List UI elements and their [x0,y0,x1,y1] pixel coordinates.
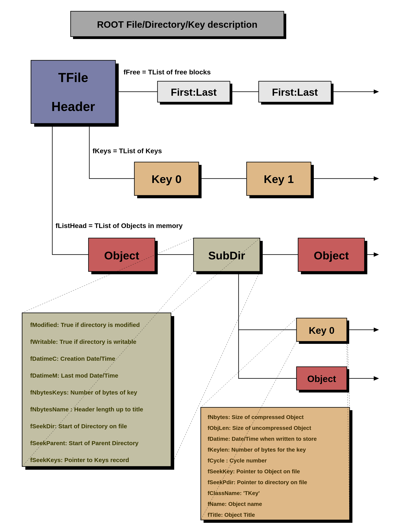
key-field-2: fDatime: Date/Time when written to store [208,436,317,442]
key-field-9: fTitle: Object Title [208,512,255,518]
dir-field-5: fNbytesName : Header length up to title [30,406,143,413]
dir-field-0: fModified: True if directory is modified [30,322,140,328]
dir-field-1: fWritable: True if directory is writable [30,338,136,345]
object-0-label: Object [104,249,139,262]
tfile-header-box [31,60,115,123]
tfile-line1: TFile [58,70,88,85]
subdir-key-0-label: Key 0 [309,325,335,336]
subdir-object-label: Object [307,374,336,384]
free-block-0-label: First:Last [171,87,217,98]
label-flisthead: fListHead = TList of Objects in memory [55,222,183,229]
key-field-1: fObjLen: Size of uncompressed Object [208,425,311,431]
key-field-4: fCycle : Cycle number [208,457,267,464]
svg-line-27 [201,318,297,407]
key-field-7: fClassName: 'TKey' [208,490,260,496]
subdir-label: SubDir [208,249,245,262]
key-0-label: Key 0 [152,173,181,185]
dir-fields-list: fModified: True if directory is modified… [30,322,143,463]
dir-field-4: fNbytesKeys: Number of bytes of key [30,389,137,396]
label-fkeys: fKeys = TList of Keys [92,147,162,155]
key-field-6: fSeekPdir: Pointer to directory on file [208,479,307,486]
diagram-title: ROOT File/Directory/Key description [97,19,257,30]
key-field-5: fSeekKey: Pointer to Object on file [208,468,300,475]
tfile-line2: Header [51,99,95,114]
dir-field-8: fSeekKeys: Pointer to Keys record [30,457,129,463]
key-field-3: fKeylen: Number of bytes for the key [208,446,306,453]
key-field-8: fName: Object name [208,501,262,507]
label-ffree: fFree = TList of free blocks [123,68,211,76]
free-block-1-label: First:Last [272,87,318,98]
key-field-0: fNbytes: Size of compressed Object [208,414,304,420]
dir-field-3: fDatimeM: Last mod Date/Time [30,372,118,379]
dir-field-6: fSeekDir: Start of Directory on file [30,423,127,429]
dir-field-7: fSeekParent: Start of Parent Directory [30,440,139,446]
key-1-label: Key 1 [264,173,294,185]
object-1-label: Object [314,249,349,262]
dir-field-2: fDatimeC: Creation Date/Time [30,355,115,362]
